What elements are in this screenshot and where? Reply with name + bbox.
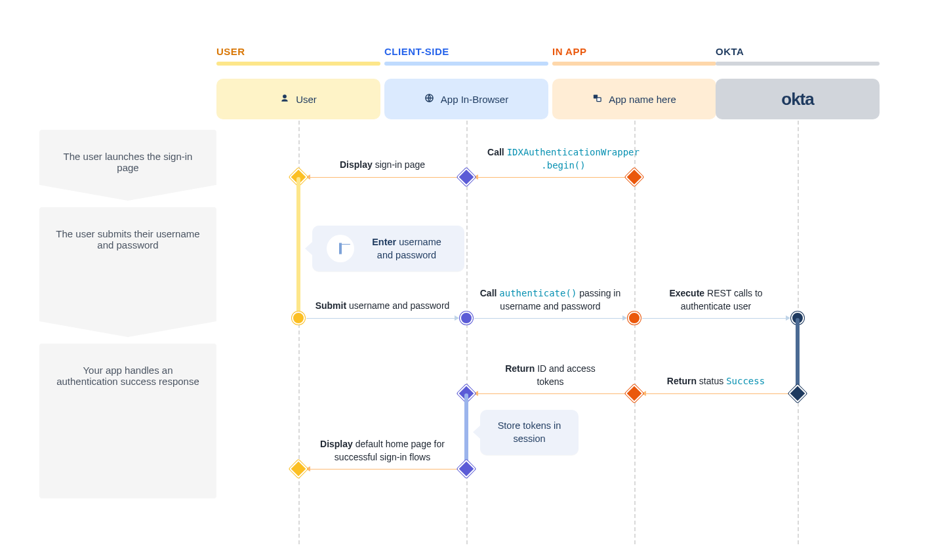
node-user-3	[289, 460, 308, 478]
msg-call-begin: Call IDXAuthenticationWrapper.begin()	[478, 146, 649, 174]
arrow-call-auth	[474, 318, 626, 319]
lane-card-user-label: User	[296, 94, 317, 105]
step-2-description: The user submits their username and pass…	[39, 207, 216, 337]
msg-display-signin: Display sign-in page	[340, 159, 425, 174]
msg-call-auth: Call authenticate() passing in username …	[475, 287, 626, 315]
lane-heading-app: IN APP	[552, 46, 586, 57]
msg-return-status: Return status Success	[667, 375, 765, 391]
node-client-1	[457, 168, 476, 186]
arrow-call-begin	[474, 177, 626, 178]
lane-heading-client: CLIENT-SIDE	[384, 46, 449, 57]
lane-heading-user: USER	[216, 46, 245, 57]
okta-logo: okta	[781, 89, 813, 110]
step-3-description: Your app handles an authentication succe…	[39, 344, 216, 498]
node-app-2	[628, 311, 641, 325]
arrow-return-tokens	[474, 393, 626, 394]
arrow-submit	[306, 318, 458, 319]
lane-heading-okta: OKTA	[716, 46, 744, 57]
node-user-2	[292, 311, 305, 325]
arrow-display-home	[306, 469, 458, 470]
form-icon	[327, 235, 354, 262]
msg-exec: Execute REST calls to authenticate user	[647, 287, 785, 315]
window-icon	[592, 93, 602, 105]
msg-return-tokens: Return ID and access tokens	[495, 363, 606, 391]
activation-user	[296, 177, 300, 318]
arrow-exec	[642, 318, 790, 319]
callout-enter-creds: Enter username and password	[312, 226, 464, 271]
lane-card-client: App In-Browser	[384, 79, 548, 119]
callout-store-tokens: Store tokens in session	[480, 410, 579, 455]
lane-bar-client	[384, 62, 548, 66]
globe-icon	[424, 93, 434, 105]
node-app-3	[625, 384, 643, 403]
msg-submit: Submit username and password	[304, 300, 461, 315]
user-icon	[280, 94, 289, 105]
lane-card-client-label: App In-Browser	[441, 94, 508, 105]
node-client-4	[457, 460, 476, 478]
activation-client	[464, 393, 468, 469]
node-okta-2	[788, 384, 807, 403]
arrow-display-signin	[306, 177, 458, 178]
step-1-description: The user launches the sign-in page	[39, 130, 216, 201]
lane-card-user: User	[216, 79, 380, 119]
msg-display-home: Display default home page for successful…	[307, 438, 458, 466]
lane-bar-app	[552, 62, 716, 66]
node-client-2	[460, 311, 473, 325]
lane-bar-okta	[716, 62, 880, 66]
lane-card-app-label: App name here	[609, 94, 676, 105]
arrow-return-status	[642, 393, 790, 394]
sequence-diagram: USER User CLIENT-SIDE App In-Browser IN …	[0, 0, 934, 560]
svg-rect-2	[597, 98, 601, 102]
activation-okta	[796, 318, 800, 393]
lane-card-okta: okta	[716, 79, 880, 119]
lane-card-app: App name here	[552, 79, 716, 119]
lane-bar-user	[216, 62, 380, 66]
